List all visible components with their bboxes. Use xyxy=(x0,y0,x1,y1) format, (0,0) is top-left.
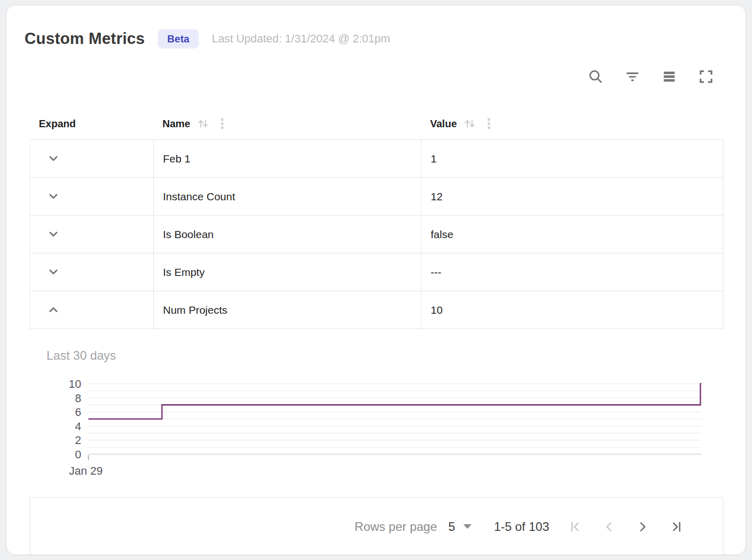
metric-value-cell: false xyxy=(421,216,723,253)
chevron-down-icon xyxy=(46,189,61,204)
metric-history-chart: 0246810Jan 29 xyxy=(46,374,731,478)
metric-name-cell: Feb 1 xyxy=(153,140,421,177)
expand-cell xyxy=(30,253,153,291)
first-page-button[interactable] xyxy=(563,515,587,539)
last-updated-text: Last Updated: 1/31/2024 @ 2:01pm xyxy=(212,32,390,45)
svg-text:Jan 29: Jan 29 xyxy=(69,464,103,477)
svg-text:6: 6 xyxy=(75,406,81,418)
sort-icon[interactable] xyxy=(195,116,210,131)
svg-text:8: 8 xyxy=(75,392,81,405)
column-header-name[interactable]: Name xyxy=(153,116,421,131)
metric-name-cell: Is Boolean xyxy=(153,216,421,253)
column-menu-icon[interactable] xyxy=(216,116,229,131)
grid-toolbar xyxy=(7,51,745,85)
rows-per-page-label: Rows per page xyxy=(355,520,437,534)
svg-text:2: 2 xyxy=(75,434,81,447)
metric-name-cell: Instance Count xyxy=(153,178,421,215)
chevron-down-icon xyxy=(46,151,61,166)
custom-metrics-card: Custom Metrics Beta Last Updated: 1/31/2… xyxy=(6,5,746,555)
metric-name-cell: Is Empty xyxy=(153,253,421,291)
expand-row-button[interactable] xyxy=(45,265,61,280)
column-header-value-label: Value xyxy=(430,118,457,130)
next-page-button[interactable] xyxy=(631,515,654,539)
table-row: Feb 11 xyxy=(30,140,723,178)
grid-footer: Rows per page 5 1-5 of 103 xyxy=(30,497,723,555)
table-row: Num Projects10 xyxy=(30,291,723,329)
metric-name-cell: Num Projects xyxy=(153,291,421,329)
filter-icon[interactable] xyxy=(624,68,641,85)
table-row: Is Empty--- xyxy=(30,253,723,291)
column-header-name-label: Name xyxy=(162,118,190,130)
column-header-expand-label: Expand xyxy=(39,118,76,130)
density-icon[interactable] xyxy=(661,68,678,85)
rows-per-page-value: 5 xyxy=(449,520,455,534)
chart-title: Last 30 days xyxy=(46,348,723,363)
last-page-button[interactable] xyxy=(665,515,688,539)
expand-row-button[interactable] xyxy=(45,227,61,242)
rows-per-page-select[interactable]: 5 xyxy=(449,520,472,534)
expand-row-button[interactable] xyxy=(45,189,61,204)
metrics-data-grid: Expand Name Value xyxy=(30,108,723,555)
sort-icon[interactable] xyxy=(462,116,477,131)
collapse-row-button[interactable] xyxy=(45,302,61,318)
svg-text:0: 0 xyxy=(75,448,81,461)
card-header: Custom Metrics Beta Last Updated: 1/31/2… xyxy=(7,6,745,51)
fullscreen-icon[interactable] xyxy=(697,68,715,85)
expand-cell xyxy=(30,140,153,177)
previous-page-button[interactable] xyxy=(597,515,621,539)
column-menu-icon[interactable] xyxy=(482,116,496,131)
svg-text:10: 10 xyxy=(69,378,81,390)
chevron-down-icon xyxy=(46,227,61,242)
metric-value-cell: --- xyxy=(421,253,723,291)
search-icon[interactable] xyxy=(587,68,604,85)
pagination-range-label: 1-5 of 103 xyxy=(494,520,549,534)
expand-cell xyxy=(30,178,153,215)
expand-cell xyxy=(30,216,153,253)
table-row: Instance Count12 xyxy=(30,178,723,216)
expand-row-button[interactable] xyxy=(45,151,61,167)
column-header-value[interactable]: Value xyxy=(421,116,723,131)
grid-header-row: Expand Name Value xyxy=(30,108,723,139)
metric-value-cell: 12 xyxy=(421,178,723,215)
chevron-down-icon xyxy=(46,265,61,279)
table-row: Is Booleanfalse xyxy=(30,216,723,253)
grid-rows: Feb 11Instance Count12Is BooleanfalseIs … xyxy=(30,139,723,329)
beta-badge: Beta xyxy=(158,29,198,49)
caret-down-icon xyxy=(463,524,472,529)
metric-value-cell: 10 xyxy=(421,291,723,329)
page-title: Custom Metrics xyxy=(25,30,145,48)
pagination-controls xyxy=(563,515,688,539)
expand-cell xyxy=(30,291,153,329)
svg-text:4: 4 xyxy=(75,420,81,433)
row-detail-panel: Last 30 days 0246810Jan 29 xyxy=(30,329,723,497)
metric-value-cell: 1 xyxy=(421,140,723,177)
column-header-expand: Expand xyxy=(30,118,153,130)
chevron-up-icon xyxy=(46,302,61,317)
